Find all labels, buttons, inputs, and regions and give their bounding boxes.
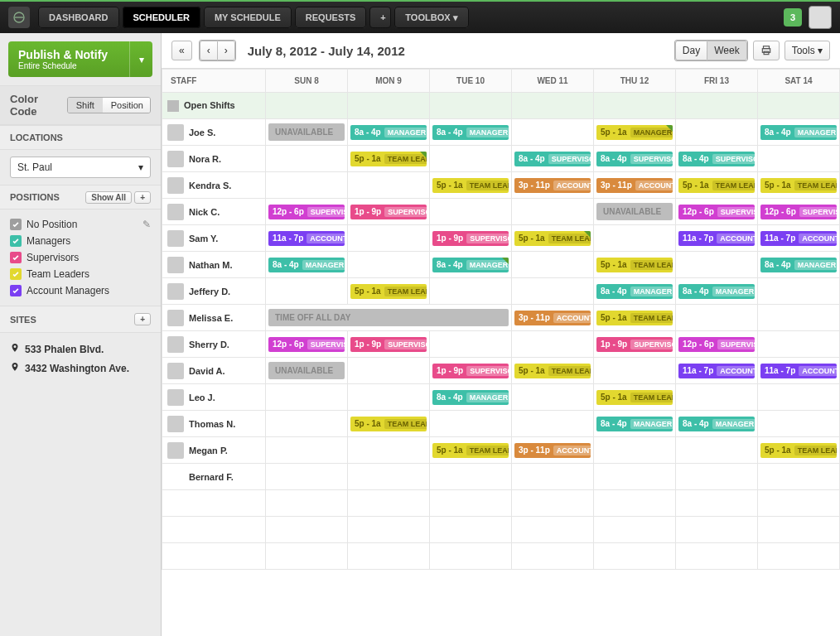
- shift-block[interactable]: 8a - 4pSUPERVISOR: [514, 152, 591, 166]
- shift-block[interactable]: 5p - 1aTEAM LEADE: [760, 178, 837, 193]
- schedule-cell[interactable]: 5p - 1aTEAM LEADE: [348, 278, 430, 305]
- shift-block[interactable]: 5p - 1aTEAM LEADE: [514, 231, 591, 246]
- schedule-cell[interactable]: 3p - 11pACCOUNT M: [594, 172, 676, 199]
- staff-row[interactable]: Thomas N.: [162, 411, 266, 437]
- schedule-cell[interactable]: [430, 490, 512, 517]
- nav-scheduler[interactable]: SCHEDULER: [123, 7, 200, 28]
- schedule-cell[interactable]: [430, 199, 512, 225]
- schedule-cell[interactable]: [758, 411, 840, 437]
- schedule-cell[interactable]: [676, 517, 758, 543]
- view-day-button[interactable]: Day: [675, 41, 707, 60]
- schedule-cell[interactable]: 8a - 4pMANAGER: [348, 119, 430, 146]
- prev-week-button[interactable]: ‹: [200, 41, 217, 60]
- schedule-cell[interactable]: [758, 384, 840, 411]
- schedule-cell[interactable]: 5p - 1aTEAM LEADE: [594, 305, 676, 331]
- shift-block[interactable]: 11a - 7pACCOUNT M: [678, 364, 755, 378]
- open-shifts-row[interactable]: Open Shifts: [162, 93, 266, 119]
- schedule-cell[interactable]: [758, 490, 840, 517]
- schedule-cell[interactable]: [266, 172, 348, 199]
- shift-block[interactable]: 3p - 11pACCOUNT M: [514, 311, 591, 325]
- schedule-cell[interactable]: [594, 358, 676, 384]
- schedule-cell[interactable]: [676, 543, 758, 570]
- nav-add-button[interactable]: +: [369, 7, 391, 28]
- shift-block[interactable]: 8a - 4pMANAGER: [760, 125, 837, 140]
- staff-row[interactable]: David A.: [162, 358, 266, 384]
- schedule-cell[interactable]: [266, 278, 348, 305]
- shift-block[interactable]: 12p - 6pSUPERVISO: [268, 337, 345, 352]
- tools-dropdown[interactable]: Tools ▾: [784, 41, 830, 60]
- schedule-cell[interactable]: [430, 278, 512, 305]
- schedule-cell[interactable]: 5p - 1aTEAM LEADE: [758, 437, 840, 464]
- schedule-cell[interactable]: 8a - 4pMANAGER: [676, 278, 758, 305]
- schedule-cell[interactable]: [266, 93, 348, 119]
- schedule-cell[interactable]: [430, 517, 512, 543]
- schedule-cell[interactable]: [676, 464, 758, 490]
- shift-block[interactable]: 5p - 1aTEAM LEADE: [760, 443, 837, 458]
- schedule-cell[interactable]: [594, 464, 676, 490]
- schedule-cell[interactable]: 3p - 11pACCOUNT M: [512, 172, 594, 199]
- staff-row[interactable]: Joe S.: [162, 119, 266, 146]
- shift-block[interactable]: 5p - 1aTEAM LEADE: [350, 417, 427, 431]
- schedule-cell[interactable]: [758, 331, 840, 358]
- schedule-cell[interactable]: 11a - 7pACCOUNT M: [758, 225, 840, 252]
- schedule-cell[interactable]: 12p - 6pSUPERVISO: [266, 199, 348, 225]
- shift-block[interactable]: 8a - 4pMANAGER: [350, 125, 427, 140]
- staff-row[interactable]: Nora R.: [162, 146, 266, 172]
- schedule-cell[interactable]: [430, 411, 512, 437]
- edit-icon[interactable]: ✎: [142, 219, 151, 230]
- schedule-cell[interactable]: [758, 93, 840, 119]
- schedule-cell[interactable]: UNAVAILABLE: [266, 119, 348, 146]
- schedule-cell[interactable]: [266, 490, 348, 517]
- schedule-cell[interactable]: [512, 411, 594, 437]
- schedule-cell[interactable]: [594, 225, 676, 252]
- schedule-cell[interactable]: [266, 384, 348, 411]
- shift-block[interactable]: 1p - 9pSUPERVISO: [350, 205, 427, 219]
- staff-row[interactable]: Melissa E.: [162, 305, 266, 331]
- add-site-button[interactable]: +: [134, 313, 151, 325]
- shift-block[interactable]: 1p - 9pSUPERVISO: [350, 337, 427, 352]
- schedule-cell[interactable]: 3p - 11pACCOUNT M: [512, 437, 594, 464]
- shift-block[interactable]: 11a - 7pACCOUNT M: [678, 231, 755, 246]
- add-position-button[interactable]: +: [134, 191, 151, 204]
- staff-row[interactable]: Nathan M.: [162, 252, 266, 278]
- shift-block[interactable]: 12p - 6pSUPERVISO: [268, 205, 345, 219]
- publish-notify-button[interactable]: Publish & Notify Entire Schedule ▾: [8, 41, 152, 77]
- chevron-down-icon[interactable]: ▾: [129, 41, 152, 77]
- staff-row[interactable]: Megan P.: [162, 437, 266, 464]
- shift-block[interactable]: 8a - 4pSUPERVISOR: [596, 152, 673, 166]
- staff-row[interactable]: Sherry D.: [162, 331, 266, 358]
- schedule-cell[interactable]: 1p - 9pSUPERVISO: [430, 358, 512, 384]
- schedule-cell[interactable]: [594, 517, 676, 543]
- schedule-cell[interactable]: [266, 146, 348, 172]
- site-item[interactable]: 3432 Washington Ave.: [10, 359, 151, 378]
- schedule-cell[interactable]: [512, 331, 594, 358]
- schedule-cell[interactable]: [348, 93, 430, 119]
- schedule-cell[interactable]: 12p - 6pSUPERVISO: [266, 331, 348, 358]
- schedule-cell[interactable]: 8a - 4pSUPERVISOR: [594, 146, 676, 172]
- shift-block[interactable]: 12p - 6pSUPERVISO: [678, 337, 755, 352]
- schedule-cell[interactable]: 12p - 6pSUPERVISO: [758, 199, 840, 225]
- schedule-cell[interactable]: 11a - 7pACCOUNT M: [676, 225, 758, 252]
- shift-block[interactable]: 1p - 9pSUPERVISO: [432, 364, 509, 378]
- shift-block[interactable]: 8a - 4pMANAGER: [432, 390, 509, 405]
- schedule-cell[interactable]: 3p - 11pACCOUNT M: [512, 305, 594, 331]
- schedule-cell[interactable]: 8a - 4pMANAGER: [430, 119, 512, 146]
- staff-row[interactable]: Bernard F.: [162, 464, 266, 490]
- staff-row[interactable]: [162, 490, 266, 517]
- schedule-cell[interactable]: [348, 384, 430, 411]
- schedule-cell[interactable]: [676, 93, 758, 119]
- shift-block[interactable]: 8a - 4pMANAGER: [268, 258, 345, 272]
- position-item[interactable]: Team Leaders: [10, 266, 151, 282]
- schedule-cell[interactable]: 12p - 6pSUPERVISO: [676, 331, 758, 358]
- schedule-cell[interactable]: [512, 278, 594, 305]
- schedule-cell[interactable]: [758, 146, 840, 172]
- toggle-shift[interactable]: Shift: [68, 98, 103, 113]
- shift-block[interactable]: 8a - 4pMANAGER: [678, 284, 755, 299]
- shift-block[interactable]: 5p - 1aTEAM LEADE: [596, 390, 673, 405]
- schedule-cell[interactable]: 8a - 4pMANAGER: [676, 411, 758, 437]
- shift-block[interactable]: 11a - 7pACCOUNT M: [760, 231, 837, 246]
- schedule-cell[interactable]: 8a - 4pSUPERVISOR: [676, 146, 758, 172]
- schedule-cell[interactable]: 5p - 1aTEAM LEADE: [758, 172, 840, 199]
- schedule-cell[interactable]: 5p - 1aTEAM LEADE: [430, 172, 512, 199]
- schedule-cell[interactable]: [758, 517, 840, 543]
